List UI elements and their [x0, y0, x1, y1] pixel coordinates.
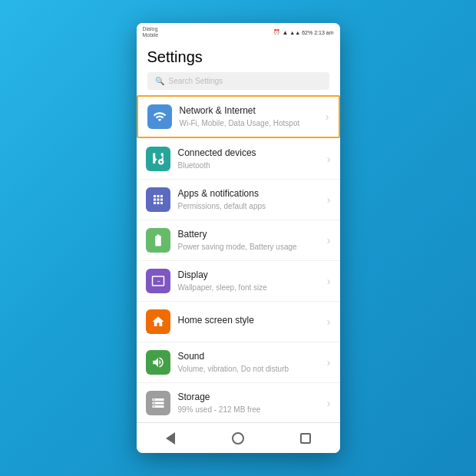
- homescreen-chevron: ›: [327, 316, 331, 328]
- storage-subtitle: 99% used - 212 MB free: [178, 405, 324, 415]
- screen: Settings 🔍 Search Settings Network & Int…: [137, 41, 340, 422]
- storage-title: Storage: [178, 392, 324, 404]
- display-chevron: ›: [327, 275, 331, 287]
- display-icon: [146, 269, 170, 293]
- nav-back-button[interactable]: [160, 428, 181, 449]
- battery-label: 62%: [302, 30, 312, 35]
- network-icon: [147, 104, 172, 129]
- time-label: 2:13 am: [314, 30, 333, 35]
- battery-text: Battery Power saving mode, Battery usage: [178, 229, 324, 252]
- connected-subtitle: Bluetooth: [178, 160, 324, 170]
- header: Settings 🔍 Search Settings: [137, 41, 340, 94]
- connected-chevron: ›: [327, 153, 331, 165]
- sound-title: Sound: [178, 351, 324, 363]
- display-subtitle: Wallpaper, sleep, font size: [178, 283, 324, 293]
- home-icon: [232, 432, 244, 445]
- battery-chevron: ›: [327, 234, 331, 246]
- apps-title: Apps & notifications: [178, 188, 324, 200]
- signal-icon: ▲: [282, 29, 288, 36]
- nav-recents-button[interactable]: [295, 428, 316, 449]
- homescreen-icon: [146, 309, 170, 334]
- settings-item-network[interactable]: Network & Internet Wi-Fi, Mobile, Data U…: [137, 95, 340, 138]
- connected-text: Connected devices Bluetooth: [178, 147, 324, 170]
- settings-item-connected[interactable]: Connected devices Bluetooth ›: [137, 139, 340, 180]
- page-title: Settings: [147, 48, 329, 66]
- sound-text: Sound Volume, vibration, Do not disturb: [178, 351, 324, 374]
- nav-bar: [137, 422, 340, 453]
- battery-icon: [146, 228, 170, 253]
- storage-icon: [146, 391, 170, 415]
- network-subtitle: Wi-Fi, Mobile, Data Usage, Hotspot: [180, 118, 322, 128]
- settings-item-homescreen[interactable]: Home screen style ›: [137, 302, 340, 342]
- sound-icon: [146, 350, 170, 375]
- connected-icon: [146, 147, 170, 171]
- alarm-icon: ⏰: [273, 29, 280, 35]
- search-placeholder: Search Settings: [169, 77, 223, 85]
- network-chevron: ›: [326, 111, 329, 123]
- network-text: Network & Internet Wi-Fi, Mobile, Data U…: [180, 105, 322, 128]
- settings-item-sound[interactable]: Sound Volume, vibration, Do not disturb …: [137, 342, 340, 383]
- phone-frame: DialogMobile ⏰ ▲ ▲▲ 62% 2:13 am Settings…: [137, 23, 340, 453]
- homescreen-text: Home screen style: [178, 315, 324, 328]
- settings-list: Network & Internet Wi-Fi, Mobile, Data U…: [137, 94, 340, 422]
- recents-icon: [300, 433, 311, 444]
- display-title: Display: [178, 269, 324, 282]
- apps-text: Apps & notifications Permissions, defaul…: [178, 188, 324, 211]
- wifi-signal-icon: ▲▲: [289, 30, 300, 35]
- storage-chevron: ›: [327, 397, 331, 409]
- sound-subtitle: Volume, vibration, Do not disturb: [178, 364, 324, 374]
- status-bar: DialogMobile ⏰ ▲ ▲▲ 62% 2:13 am: [137, 23, 340, 41]
- apps-subtitle: Permissions, default apps: [178, 201, 324, 211]
- nav-home-button[interactable]: [227, 428, 249, 449]
- settings-item-battery[interactable]: Battery Power saving mode, Battery usage…: [137, 220, 340, 261]
- apps-chevron: ›: [327, 193, 331, 206]
- search-bar[interactable]: 🔍 Search Settings: [147, 72, 329, 90]
- settings-item-display[interactable]: Display Wallpaper, sleep, font size ›: [137, 261, 340, 302]
- settings-item-apps[interactable]: Apps & notifications Permissions, defaul…: [137, 180, 340, 220]
- battery-subtitle: Power saving mode, Battery usage: [178, 242, 324, 252]
- homescreen-title: Home screen style: [178, 315, 324, 327]
- settings-item-storage[interactable]: Storage 99% used - 212 MB free ›: [137, 383, 340, 422]
- storage-text: Storage 99% used - 212 MB free: [178, 392, 324, 415]
- apps-icon: [146, 187, 170, 212]
- connected-title: Connected devices: [178, 147, 324, 160]
- status-icons: ⏰ ▲ ▲▲ 62% 2:13 am: [273, 29, 333, 36]
- sound-chevron: ›: [327, 356, 331, 369]
- back-icon: [166, 432, 175, 445]
- display-text: Display Wallpaper, sleep, font size: [178, 269, 324, 293]
- battery-title: Battery: [178, 229, 324, 241]
- network-title: Network & Internet: [180, 105, 322, 117]
- carrier-label: DialogMobile: [143, 26, 159, 39]
- search-icon: 🔍: [155, 77, 164, 85]
